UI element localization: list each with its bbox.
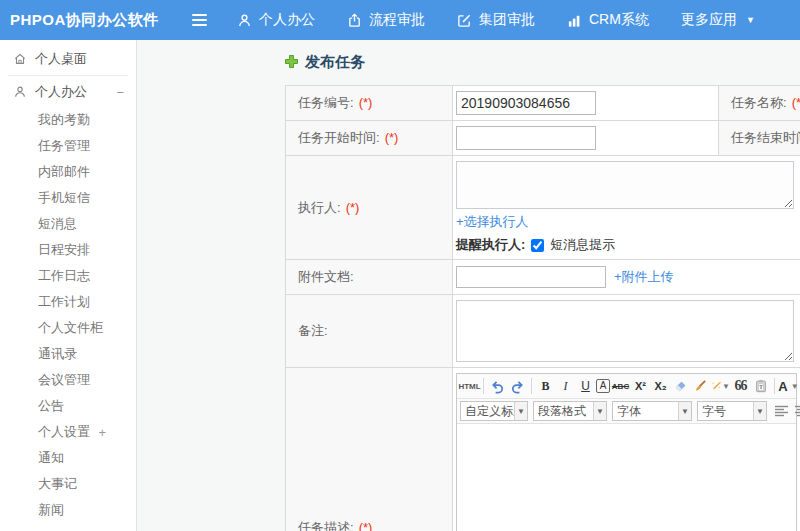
sidebar-item-personal-settings[interactable]: 个人设置+ xyxy=(0,419,136,445)
sidebar-item-label: 我的考勤 xyxy=(38,111,124,129)
sidebar-item-contacts[interactable]: 通讯录 xyxy=(0,341,136,367)
sidebar-item-label: 短消息 xyxy=(38,215,124,233)
end-time-label-cell: 任务结束时间:(*) xyxy=(719,121,800,156)
sidebar-item-notice[interactable]: 通知 xyxy=(0,445,136,471)
bold-button[interactable]: B xyxy=(536,376,555,396)
sidebar: 个人桌面 个人办公 − 我的考勤 任务管理 内部邮件 手机短信 短消息 日程安排… xyxy=(0,40,137,531)
align-left-icon[interactable] xyxy=(772,401,791,421)
page-title-text: 发布任务 xyxy=(305,53,365,72)
sidebar-item-news[interactable]: 新闻 xyxy=(0,497,136,523)
sidebar-item-short-message[interactable]: 短消息 xyxy=(0,211,136,237)
sidebar-item-schedule[interactable]: 日程安排 xyxy=(0,237,136,263)
nav-label: 更多应用 xyxy=(681,11,737,29)
format-brush-icon[interactable] xyxy=(691,376,710,396)
required-mark: (*) xyxy=(359,95,373,110)
italic-button[interactable]: I xyxy=(556,376,575,396)
sidebar-item-announcement[interactable]: 公告 xyxy=(0,393,136,419)
sidebar-item-personal-file-cabinet[interactable]: 个人文件柜 xyxy=(0,315,136,341)
required-mark: (*) xyxy=(792,95,800,110)
paste-icon[interactable]: T xyxy=(751,376,770,396)
paragraph-format-select[interactable]: 段落格式 ▼ xyxy=(533,401,607,421)
start-time-label-cell: 任务开始时间:(*) xyxy=(286,121,453,156)
user-icon xyxy=(237,13,252,28)
sidebar-item-meeting-management[interactable]: 会议管理 xyxy=(0,367,136,393)
start-time-input[interactable] xyxy=(456,126,596,150)
redo-icon[interactable] xyxy=(508,376,527,396)
sidebar-item-work-log[interactable]: 工作日志 xyxy=(0,263,136,289)
chevron-down-icon: ▼ xyxy=(678,402,691,420)
font-size-select[interactable]: 字号 ▼ xyxy=(697,401,767,421)
sidebar-item-label: 内部邮件 xyxy=(38,163,124,181)
nav-item-more-apps[interactable]: 更多应用 ▼ xyxy=(681,11,755,29)
rich-text-editor: HTML B I U A ABC X² xyxy=(456,373,797,531)
sidebar-item-label: 日程安排 xyxy=(38,241,124,259)
toolbar-separator xyxy=(483,378,484,394)
expand-plus-icon[interactable]: + xyxy=(98,425,124,440)
sidebar-item-label: 通讯录 xyxy=(38,345,124,363)
sidebar-item-label: 个人文件柜 xyxy=(38,319,124,337)
font-color-button[interactable]: A ▼ xyxy=(779,376,798,396)
page-title: 发布任务 xyxy=(285,53,365,72)
sidebar-item-my-attendance[interactable]: 我的考勤 xyxy=(0,107,136,133)
sidebar-item-major-events[interactable]: 大事记 xyxy=(0,471,136,497)
sidebar-divider xyxy=(8,75,128,76)
end-time-label: 任务结束时间: xyxy=(731,130,800,145)
font-family-select[interactable]: 字体 ▼ xyxy=(612,401,692,421)
sidebar-item-internal-mail[interactable]: 内部邮件 xyxy=(0,159,136,185)
subscript-button[interactable]: X₂ xyxy=(651,376,670,396)
undo-icon[interactable] xyxy=(488,376,507,396)
sidebar-item-personal-office[interactable]: 个人办公 − xyxy=(0,77,136,107)
underline-button[interactable]: U xyxy=(576,376,595,396)
menu-toggle-icon[interactable] xyxy=(192,14,207,26)
nav-item-workflow-approval[interactable]: 流程审批 xyxy=(347,11,425,29)
editor-content-area[interactable] xyxy=(457,424,796,531)
sms-notify-checkbox[interactable] xyxy=(531,239,544,252)
blockquote-button[interactable]: 66 xyxy=(731,376,750,396)
user-icon xyxy=(12,85,27,99)
attachment-upload-link[interactable]: +附件上传 xyxy=(614,268,674,286)
sidebar-item-task-management[interactable]: 任务管理 xyxy=(0,133,136,159)
chevron-down-icon: ▼ xyxy=(722,382,730,391)
table-row: 任务开始时间:(*) 任务结束时间:(*) xyxy=(286,121,800,156)
nav-item-personal-office[interactable]: 个人办公 xyxy=(237,11,315,29)
table-row: 任务编号:(*) 任务名称:(*) xyxy=(286,86,800,121)
heading-select-value: 自定义标题 xyxy=(461,403,514,420)
strikethrough-button[interactable]: ABC xyxy=(611,376,630,396)
eraser-icon[interactable] xyxy=(671,376,690,396)
nav-item-group-approval[interactable]: 集团审批 xyxy=(457,11,535,29)
font-family-value: 字体 xyxy=(613,403,678,420)
nav-item-crm-system[interactable]: CRM系统 xyxy=(567,11,649,29)
attachment-input[interactable] xyxy=(456,266,606,288)
task-desc-cell: HTML B I U A ABC X² xyxy=(453,368,800,531)
sidebar-item-personal-desktop[interactable]: 个人桌面 xyxy=(0,44,136,74)
chevron-down-icon: ▼ xyxy=(746,15,755,25)
table-row: 执行人:(*) +选择执行人 提醒执行人: 短消息提示 xyxy=(286,156,800,260)
remind-executor-label: 提醒执行人: xyxy=(456,236,525,254)
font-border-button[interactable]: A xyxy=(596,379,610,393)
sms-notify-label: 短消息提示 xyxy=(550,236,615,254)
task-number-input[interactable] xyxy=(456,91,596,115)
html-source-button[interactable]: HTML xyxy=(460,376,479,396)
task-number-label-cell: 任务编号:(*) xyxy=(286,86,453,121)
executor-textarea[interactable] xyxy=(456,161,794,209)
collapse-minus-icon[interactable]: − xyxy=(116,85,124,100)
autotypeset-wand-icon[interactable]: ▼ xyxy=(711,376,730,396)
font-color-letter: A xyxy=(778,379,787,394)
executor-label-cell: 执行人:(*) xyxy=(286,156,453,260)
main-content: 发布任务 任务编号:(*) 任务名称:(*) 任务开始时间:(*) xyxy=(137,40,800,531)
align-center-icon[interactable] xyxy=(792,401,800,421)
superscript-button[interactable]: X² xyxy=(631,376,650,396)
sidebar-item-label: 任务管理 xyxy=(38,137,124,155)
add-plus-icon xyxy=(285,54,298,71)
share-flow-icon xyxy=(347,13,362,28)
sidebar-item-mobile-sms[interactable]: 手机短信 xyxy=(0,185,136,211)
app-logo: PHPOA协同办公软件 xyxy=(0,11,170,30)
required-mark: (*) xyxy=(346,200,360,215)
sidebar-item-work-plan[interactable]: 工作计划 xyxy=(0,289,136,315)
table-row: 附件文档: +附件上传 xyxy=(286,260,800,295)
choose-executor-link[interactable]: +选择执行人 xyxy=(456,214,529,229)
sidebar-item-label: 个人设置 xyxy=(38,423,98,441)
remark-textarea[interactable] xyxy=(456,300,794,362)
chevron-down-icon: ▼ xyxy=(791,382,799,391)
heading-select[interactable]: 自定义标题 ▼ xyxy=(460,401,528,421)
